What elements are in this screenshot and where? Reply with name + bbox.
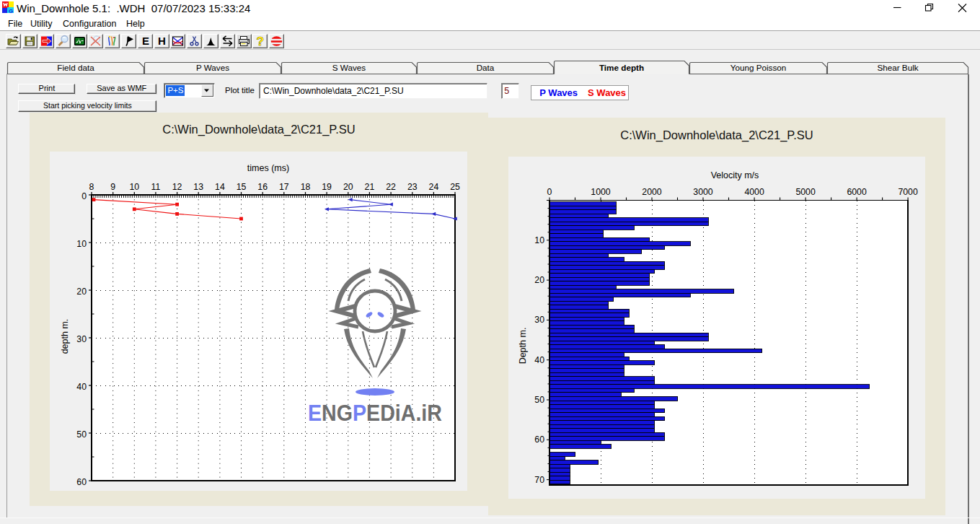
svg-text:70: 70 xyxy=(534,475,544,485)
svg-text:2000: 2000 xyxy=(642,187,662,197)
svg-text:0: 0 xyxy=(547,187,552,197)
svg-text:Depth m.: Depth m. xyxy=(518,328,528,364)
svg-text:Data: Data xyxy=(477,63,495,72)
svg-text:depth m.: depth m. xyxy=(60,319,70,354)
svg-text:40: 40 xyxy=(76,382,87,392)
svg-text:G: G xyxy=(9,8,13,14)
svg-text:Field data: Field data xyxy=(57,63,94,72)
svg-text:30: 30 xyxy=(534,315,544,325)
svg-text:60: 60 xyxy=(76,477,87,487)
svg-text:E: E xyxy=(142,35,149,47)
svg-text:40: 40 xyxy=(534,355,544,365)
svg-text:10: 10 xyxy=(534,235,544,245)
svg-text:10: 10 xyxy=(76,239,87,249)
svg-text:H: H xyxy=(158,35,166,47)
svg-text:Shear Bulk: Shear Bulk xyxy=(877,63,918,72)
svg-text:12: 12 xyxy=(172,182,182,192)
svg-text:19: 19 xyxy=(322,182,332,192)
svg-text:11: 11 xyxy=(151,182,161,192)
svg-text:?: ? xyxy=(257,35,264,48)
svg-text:15: 15 xyxy=(237,182,247,192)
svg-text:13: 13 xyxy=(193,182,203,192)
svg-text:6000: 6000 xyxy=(847,187,867,197)
svg-text:8: 8 xyxy=(89,182,94,192)
svg-text:9: 9 xyxy=(110,182,115,192)
svg-text:10: 10 xyxy=(129,182,139,192)
svg-text:14: 14 xyxy=(215,182,225,192)
svg-text:24: 24 xyxy=(429,182,439,192)
svg-text:20: 20 xyxy=(534,275,544,285)
svg-text:S Waves: S Waves xyxy=(332,63,366,72)
svg-text:3000: 3000 xyxy=(693,187,713,197)
svg-text:7000: 7000 xyxy=(898,187,918,197)
svg-text:23: 23 xyxy=(407,182,418,192)
svg-text:0: 0 xyxy=(81,191,87,201)
svg-text:4000: 4000 xyxy=(744,187,764,197)
svg-text:16: 16 xyxy=(257,182,268,192)
svg-text:P Waves: P Waves xyxy=(196,63,229,72)
svg-text:Time depth: Time depth xyxy=(599,63,644,72)
svg-text:25: 25 xyxy=(450,182,460,192)
svg-text:21: 21 xyxy=(365,182,375,192)
svg-text:5000: 5000 xyxy=(795,187,816,197)
svg-text:1000: 1000 xyxy=(591,187,611,197)
svg-text:18: 18 xyxy=(301,182,311,192)
svg-text:30: 30 xyxy=(76,334,87,344)
svg-text:22: 22 xyxy=(386,182,396,192)
svg-text:60: 60 xyxy=(534,435,544,445)
svg-text:times (ms): times (ms) xyxy=(247,163,289,173)
svg-text:ENGPEDiA.iR: ENGPEDiA.iR xyxy=(308,401,442,426)
svg-text:17: 17 xyxy=(279,182,289,192)
svg-text:50: 50 xyxy=(534,395,544,405)
svg-text:50: 50 xyxy=(76,429,87,440)
svg-text:Young Poisson: Young Poisson xyxy=(730,63,787,72)
svg-text:20: 20 xyxy=(343,182,353,192)
svg-text:20: 20 xyxy=(76,287,87,297)
svg-text:Velocity m/s: Velocity m/s xyxy=(711,170,759,180)
